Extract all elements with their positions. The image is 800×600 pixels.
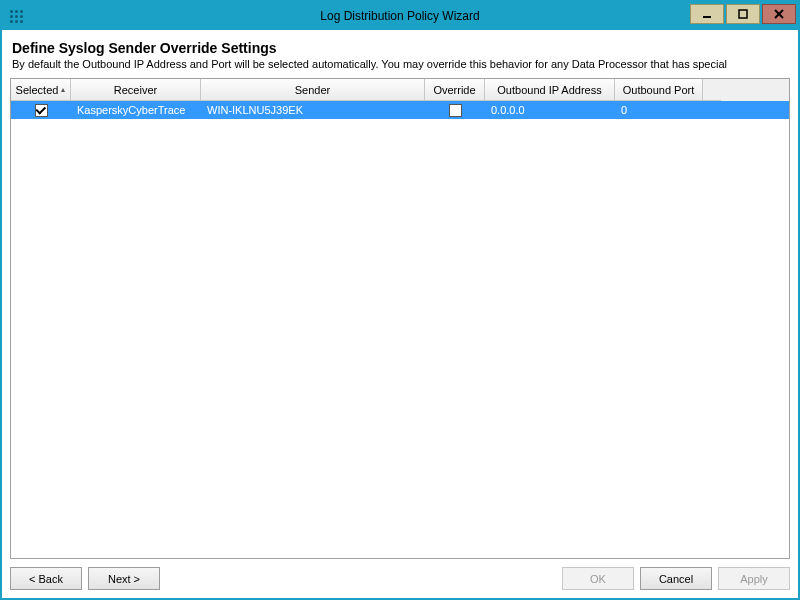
page-heading: Define Syslog Sender Override Settings (12, 40, 788, 56)
window-title: Log Distribution Policy Wizard (2, 9, 798, 23)
table-row[interactable]: KasperskyCyberTrace WIN-IKLNU5J39EK 0.0.… (11, 101, 789, 119)
back-button[interactable]: < Back (10, 567, 82, 590)
cell-receiver: KasperskyCyberTrace (71, 101, 201, 119)
close-button[interactable] (762, 4, 796, 24)
wizard-window: Log Distribution Policy Wizard Define Sy… (0, 0, 800, 600)
cell-override[interactable] (425, 101, 485, 119)
col-header-port[interactable]: Outbound Port (615, 79, 703, 101)
col-header-receiver[interactable]: Receiver (71, 79, 201, 101)
apply-button: Apply (718, 567, 790, 590)
page-subtext: By default the Outbound IP Address and P… (12, 58, 788, 70)
sort-asc-icon: ▴ (61, 85, 65, 94)
cell-scroll-gutter (703, 101, 721, 119)
grid-header: Selected ▴ Receiver Sender Override Outb… (11, 79, 789, 101)
window-controls (690, 2, 798, 30)
maximize-button[interactable] (726, 4, 760, 24)
ok-button: OK (562, 567, 634, 590)
col-header-scroll-gutter (703, 79, 721, 101)
selected-checkbox-icon[interactable] (35, 104, 48, 117)
next-button[interactable]: Next > (88, 567, 160, 590)
col-header-selected[interactable]: Selected ▴ (11, 79, 71, 101)
minimize-button[interactable] (690, 4, 724, 24)
svg-rect-1 (739, 10, 747, 18)
override-checkbox-icon[interactable] (449, 104, 462, 117)
col-header-sender[interactable]: Sender (201, 79, 425, 101)
button-row: < Back Next > OK Cancel Apply (10, 559, 790, 590)
col-header-selected-label: Selected (16, 84, 59, 96)
cell-sender: WIN-IKLNU5J39EK (201, 101, 425, 119)
cell-port: 0 (615, 101, 703, 119)
titlebar[interactable]: Log Distribution Policy Wizard (2, 2, 798, 30)
override-grid: Selected ▴ Receiver Sender Override Outb… (10, 78, 790, 559)
col-header-ip[interactable]: Outbound IP Address (485, 79, 615, 101)
client-area: Define Syslog Sender Override Settings B… (2, 30, 798, 598)
cancel-button[interactable]: Cancel (640, 567, 712, 590)
cell-selected[interactable] (11, 101, 71, 119)
col-header-override[interactable]: Override (425, 79, 485, 101)
grid-body[interactable]: KasperskyCyberTrace WIN-IKLNU5J39EK 0.0.… (11, 101, 789, 558)
cell-ip: 0.0.0.0 (485, 101, 615, 119)
app-icon (2, 2, 30, 30)
